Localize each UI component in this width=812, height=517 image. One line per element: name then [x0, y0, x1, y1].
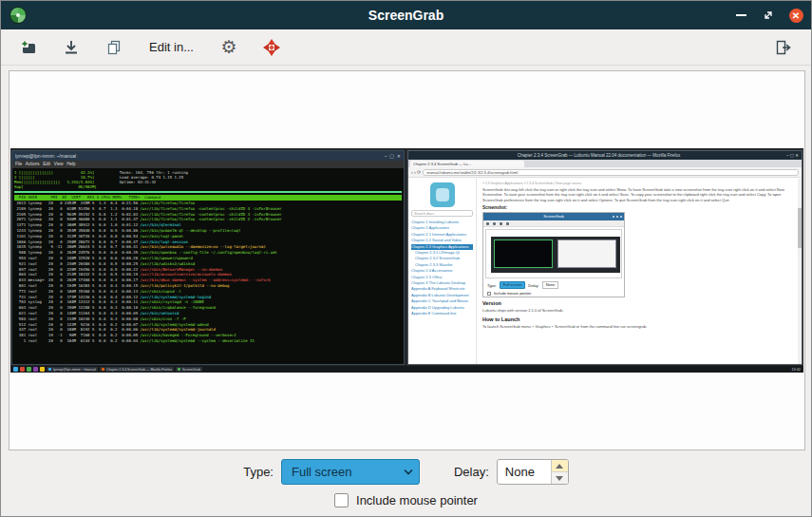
settings-button[interactable]: ⚙ — [214, 33, 244, 62]
exit-icon — [774, 38, 793, 57]
quit-button[interactable] — [768, 33, 799, 62]
terminal-process-row: 1 root 20 0 104M 6144 S 0.0 0.2 0:00.04 … — [14, 338, 402, 344]
doc-main-content: » 2.3 Graphics Applications » 2.3.4 Scre… — [477, 179, 802, 364]
include-pointer-label: Include mouse pointer — [356, 493, 478, 507]
mini-delay-spin: None — [542, 281, 559, 289]
doc-version-heading: Version — [482, 300, 794, 306]
taskbar-windows: lynnep@lpn-mmm: ~/manualChapter 2.3.4 Sc… — [47, 367, 202, 373]
screengrab-red-button[interactable] — [256, 33, 287, 62]
window-controls: ✕ — [733, 1, 803, 29]
minimize-icon — [736, 14, 746, 16]
preview-terminal-window: lynnep@lpn-mmm: ~/manual – ▢ ✕ File Acti… — [11, 150, 405, 365]
delay-spinbox[interactable]: None — [497, 459, 569, 485]
preview-browser-title: Chapter 2.3.4 ScreenGrab — Lubuntu Manua… — [411, 151, 786, 160]
copy-icon — [104, 38, 123, 57]
delay-spinner-buttons — [551, 460, 568, 484]
chevron-down-icon — [398, 469, 419, 475]
save-button[interactable] — [56, 33, 86, 62]
mini-toolbar — [483, 220, 624, 227]
copy-button[interactable] — [99, 33, 129, 62]
delay-value: None — [498, 460, 551, 484]
embedded-screengrab-screenshot: ScreenGrab Type: Full screen Delay: — [482, 212, 625, 297]
new-screenshot-button[interactable] — [13, 33, 44, 62]
mini-checkbox — [487, 292, 491, 296]
mini-desktop-thumbnail — [491, 237, 620, 273]
preview-terminal-menubar: File Actions Edit View Help — [12, 161, 404, 168]
doc-intro-paragraph: ScreenGrab this way left click the tray … — [482, 187, 794, 202]
preview-terminal-body: 1 [|||||||||||||| 42.1%]2 [|||||| 18.7%]… — [12, 168, 404, 364]
doc-sidebar-link: Appendix E Command line — [411, 311, 473, 316]
doc-screenshot-label: Screenshot: — [482, 205, 794, 210]
mini-type-row: Type: Full screen Delay: None — [483, 280, 624, 290]
mini-titlebar: ScreenGrab — [483, 213, 624, 220]
edit-in-label: Edit in... — [142, 40, 201, 54]
terminal-meter-line: Swp[ 0K/982M] — [14, 184, 97, 189]
browser-scrollbar — [798, 179, 802, 364]
preview-browser-tabbar: Chapter 2.3.4 ScreenGrab — Lu… — [408, 160, 802, 167]
terminal-separator — [14, 191, 402, 193]
doc-sidebar-link: Appendix A Keyboard Shortcuts — [411, 286, 473, 292]
type-label: Type: — [243, 465, 274, 479]
mini-pointer-row: Include mouse pointer — [483, 290, 624, 297]
toolbar: Edit in... ⚙ — [1, 29, 811, 66]
doc-version-text: Lubuntu ships with version 2.1.0 of Scre… — [482, 308, 794, 313]
gear-icon: ⚙ — [220, 38, 236, 56]
doc-launch-heading: How to Launch — [482, 316, 794, 322]
bottom-controls: Type: Full screen Delay: None Include mo… — [1, 450, 811, 516]
taskbar-window-button: Chapter 2.3.4 ScreenGrab — Mozilla Firef… — [100, 367, 174, 373]
close-icon: ✕ — [789, 9, 803, 23]
taskbar-window-button: ScreenGrab — [176, 367, 202, 373]
up-arrow-icon — [556, 464, 563, 469]
preview-browser-tab: Chapter 2.3.4 ScreenGrab — Lu… — [410, 161, 524, 167]
red-arrows-icon — [261, 37, 282, 58]
maximize-button[interactable] — [761, 8, 776, 23]
preview-browser-window-buttons: – ▢ ✕ — [786, 151, 799, 160]
window-title: ScreenGrab — [1, 8, 811, 23]
taskbar-launcher-icon — [40, 367, 45, 372]
browser-scrollbar-thumb — [798, 208, 802, 248]
delay-label: Delay: — [454, 465, 489, 479]
minimize-button[interactable] — [733, 8, 748, 23]
titlebar: ScreenGrab ✕ — [1, 1, 811, 29]
mini-type-combo: Full screen — [500, 281, 526, 289]
mini-title: ScreenGrab — [543, 214, 564, 219]
screengrab-window: ScreenGrab ✕ — [0, 0, 812, 517]
terminal-stats-line: Uptime: 02:31:32 — [120, 180, 188, 184]
captured-screenshot-image: lynnep@lpn-mmm: ~/manual – ▢ ✕ File Acti… — [10, 148, 803, 373]
close-button[interactable]: ✕ — [788, 8, 803, 23]
preview-browser-titlebar: Chapter 2.3.4 ScreenGrab — Lubuntu Manua… — [408, 151, 802, 160]
terminal-rows: 2613 lynnep 20 0 2453M 245M S 1.3 6.4 0:… — [14, 201, 402, 344]
preview-terminal-title: lynnep@lpn-mmm: ~/manual — [15, 151, 385, 161]
pointer-row: Include mouse pointer — [334, 493, 478, 507]
terminal-info-left: 1 [|||||||||||||| 42.1%]2 [|||||| 18.7%]… — [14, 170, 97, 189]
preview-browser-content: Search docs Chapter 1 Installing Lubuntu… — [408, 179, 802, 364]
taskbar-launcher-icon — [27, 367, 31, 372]
taskbar-launchers — [13, 367, 45, 372]
taskbar-launcher-icon — [33, 367, 38, 372]
preview-browser-navbar: ‹ › ⟳ manual.lubuntu.me/stable/2/2.3/2.3… — [408, 167, 802, 178]
preview-terminal-titlebar: lynnep@lpn-mmm: ~/manual – ▢ ✕ — [12, 151, 404, 161]
doc-sidebar: Search docs Chapter 1 Installing Lubuntu… — [408, 179, 477, 364]
edit-in-button[interactable]: Edit in... — [142, 33, 201, 62]
mini-window-buttons — [613, 216, 622, 218]
taskbar-clock: 13:42 — [791, 368, 801, 372]
spin-up-button[interactable] — [552, 460, 568, 471]
taskbar-launcher-icon — [20, 367, 25, 372]
preview-taskbar: lynnep@lpn-mmm: ~/manualChapter 2.3.4 Sc… — [10, 366, 803, 373]
lubuntu-manual-logo — [430, 182, 455, 207]
type-delay-row: Type: Full screen Delay: None — [243, 459, 569, 485]
preview-browser-window: Chapter 2.3.4 ScreenGrab — Lubuntu Manua… — [407, 150, 803, 365]
maximize-icon — [763, 10, 774, 21]
doc-launch-text: To launch ScreenGrab menu ‣ Graphics ‣ S… — [482, 324, 794, 329]
doc-breadcrumb: » 2.3 Graphics Applications » 2.3.4 Scre… — [482, 182, 794, 185]
doc-sidebar-nav: Chapter 1 Installing LubuntuChapter 2 Ap… — [411, 220, 473, 317]
terminal-info-right: Tasks: 104, 756 thr; 1 runningLoad avera… — [120, 170, 188, 189]
browser-nav-icons: ‹ › ⟳ — [411, 169, 421, 175]
down-arrow-icon — [556, 476, 563, 481]
browser-url-bar: manual.lubuntu.me/stable/2/2.3/2.3.4/scr… — [423, 169, 799, 176]
screenshot-preview-area: lynnep@lpn-mmm: ~/manual – ▢ ✕ File Acti… — [9, 70, 805, 450]
preview-terminal-window-buttons: – ▢ ✕ — [385, 151, 401, 161]
type-select[interactable]: Full screen — [281, 459, 420, 485]
include-pointer-checkbox[interactable] — [334, 493, 349, 507]
spin-down-button[interactable] — [552, 471, 568, 484]
